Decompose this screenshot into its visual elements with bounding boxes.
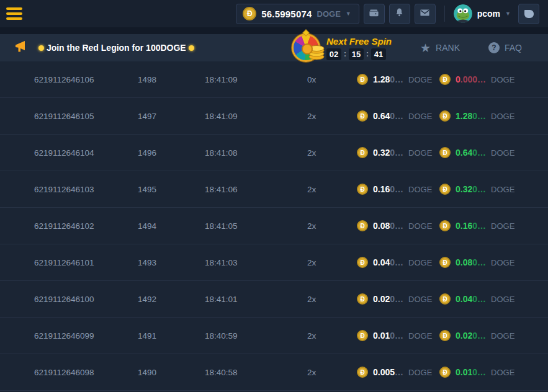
currency-label: DOGE	[408, 368, 432, 377]
bet-time: 18:41:09	[205, 75, 307, 84]
rank-label: RANK	[436, 43, 460, 53]
bet-id: 6219112646100	[34, 295, 138, 304]
bet-amount: Đ0.320…DOGE	[357, 147, 439, 158]
bulb-icon	[189, 45, 194, 51]
doge-coin-icon: Đ	[439, 184, 451, 195]
countdown-hours: 02	[326, 48, 341, 60]
wallet-button[interactable]	[364, 4, 385, 24]
bet-round: 1496	[138, 148, 205, 158]
chevron-down-icon: ▼	[346, 11, 351, 17]
bet-payout: Đ0.080…DOGE	[439, 257, 548, 268]
balance-currency: DOGE	[317, 9, 341, 19]
bet-id: 6219112646103	[34, 185, 138, 194]
countdown-seconds: 41	[371, 48, 386, 60]
free-spin-widget[interactable]: Next Free Spin 02 : 15 : 41	[292, 33, 392, 62]
bet-round: 1493	[138, 258, 205, 267]
chat-toggle-button[interactable]	[518, 4, 539, 24]
currency-label: DOGE	[491, 148, 514, 158]
bet-payout: Đ0.320…DOGE	[439, 184, 548, 195]
bet-payout: Đ1.280…DOGE	[439, 110, 548, 122]
faq-link[interactable]: ? FAQ	[488, 42, 522, 53]
bet-time: 18:40:58	[205, 368, 307, 377]
bet-row[interactable]: 6219112646102149418:41:052xĐ0.080…DOGEĐ0…	[0, 208, 548, 244]
announcement-bar: Join the Red Legion for 100DOGE	[0, 34, 548, 61]
bet-payout: Đ0.020…DOGE	[439, 330, 548, 341]
bet-time: 18:41:08	[205, 148, 307, 158]
countdown-minutes: 15	[349, 48, 364, 60]
bet-multiplier: 2x	[307, 148, 357, 158]
mail-icon	[420, 7, 430, 20]
bet-row[interactable]: 6219112646104149618:41:082xĐ0.320…DOGEĐ0…	[0, 135, 548, 171]
currency-label: DOGE	[491, 221, 514, 231]
bet-amount: Đ0.160…DOGE	[357, 184, 439, 195]
doge-coin-icon: Đ	[357, 184, 368, 195]
spin-countdown: 02 : 15 : 41	[326, 48, 392, 60]
bet-payout: Đ0.040…DOGE	[439, 293, 548, 305]
bet-multiplier: 2x	[307, 221, 357, 231]
balance-selector[interactable]: Đ 56.5995074 DOGE ▼	[236, 4, 359, 24]
currency-label: DOGE	[408, 331, 432, 341]
bet-row[interactable]: 6219112646106149818:41:090xĐ1.280…DOGEĐ0…	[0, 61, 548, 98]
menu-button[interactable]	[6, 7, 22, 20]
currency-label: DOGE	[491, 368, 514, 377]
doge-coin-icon: Đ	[439, 367, 451, 378]
bet-time: 18:41:05	[205, 221, 307, 231]
bet-row[interactable]: 6219112646100149218:41:012xĐ0.020…DOGEĐ0…	[0, 281, 548, 318]
doge-coin-icon: Đ	[439, 257, 451, 268]
currency-label: DOGE	[408, 221, 432, 231]
bet-round: 1497	[138, 112, 205, 121]
announcement-text: Join the Red Legion for 100DOGE	[38, 43, 194, 53]
doge-coin-icon: Đ	[357, 110, 368, 122]
bet-amount: Đ1.280…DOGE	[357, 74, 439, 85]
bet-time: 18:41:03	[205, 258, 307, 267]
bet-row[interactable]: 6219112646103149518:41:062xĐ0.160…DOGEĐ0…	[0, 171, 548, 208]
bet-amount: Đ0.080…DOGE	[357, 220, 439, 231]
divider	[444, 6, 445, 22]
doge-coin-icon: Đ	[357, 367, 368, 378]
bet-time: 18:40:59	[205, 331, 307, 341]
currency-label: DOGE	[408, 112, 432, 121]
username: pcom	[477, 9, 500, 19]
bet-round: 1494	[138, 221, 205, 231]
bet-payout: Đ0.640…DOGE	[439, 147, 548, 158]
bet-row[interactable]: 6219112646098149018:40:582xĐ0.005…DOGEĐ0…	[0, 354, 548, 391]
chevron-down-icon: ▼	[505, 11, 511, 17]
bets-table: 6219112646106149818:41:090xĐ1.280…DOGEĐ0…	[0, 61, 548, 391]
doge-coin-icon: Đ	[439, 110, 451, 122]
balance-amount: 56.5995074	[261, 9, 312, 19]
bet-multiplier: 2x	[307, 295, 357, 304]
avatar	[454, 4, 472, 23]
currency-label: DOGE	[491, 331, 514, 341]
wallet-icon	[369, 7, 379, 20]
bet-round: 1491	[138, 331, 205, 341]
doge-coin-icon: Đ	[357, 147, 368, 158]
bet-row[interactable]: 6219112646101149318:41:032xĐ0.040…DOGEĐ0…	[0, 244, 548, 281]
doge-coin-icon: Đ	[439, 293, 451, 305]
doge-coin-icon: Đ	[439, 330, 451, 341]
free-spin-title: Next Free Spin	[326, 36, 392, 47]
doge-coin-icon: Đ	[243, 7, 256, 20]
notifications-button[interactable]	[389, 4, 410, 24]
doge-coin-icon: Đ	[439, 74, 451, 85]
doge-coin-icon: Đ	[439, 220, 451, 231]
doge-coin-icon: Đ	[357, 257, 368, 268]
bet-id: 6219112646105	[34, 112, 138, 121]
bet-id: 6219112646098	[34, 368, 138, 377]
bet-time: 18:41:01	[205, 295, 307, 304]
bet-row[interactable]: 6219112646099149118:40:592xĐ0.010…DOGEĐ0…	[0, 318, 548, 354]
spin-wheel-icon	[292, 33, 320, 62]
chat-icon	[524, 10, 534, 18]
bet-payout: Đ0.160…DOGE	[439, 220, 548, 231]
doge-coin-icon: Đ	[357, 74, 368, 85]
bet-multiplier: 2x	[307, 185, 357, 194]
bet-payout: Đ0.000…DOGE	[439, 74, 548, 85]
user-menu[interactable]: pcom ▼	[454, 4, 511, 23]
bet-round: 1490	[138, 368, 205, 377]
currency-label: DOGE	[408, 148, 432, 158]
bet-row[interactable]: 6219112646105149718:41:092xĐ0.640…DOGEĐ1…	[0, 98, 548, 135]
bet-time: 18:41:09	[205, 112, 307, 121]
currency-label: DOGE	[491, 112, 514, 121]
bet-payout: Đ0.010…DOGE	[439, 367, 548, 378]
messages-button[interactable]	[415, 4, 436, 24]
rank-link[interactable]: ★ RANK	[420, 42, 460, 54]
